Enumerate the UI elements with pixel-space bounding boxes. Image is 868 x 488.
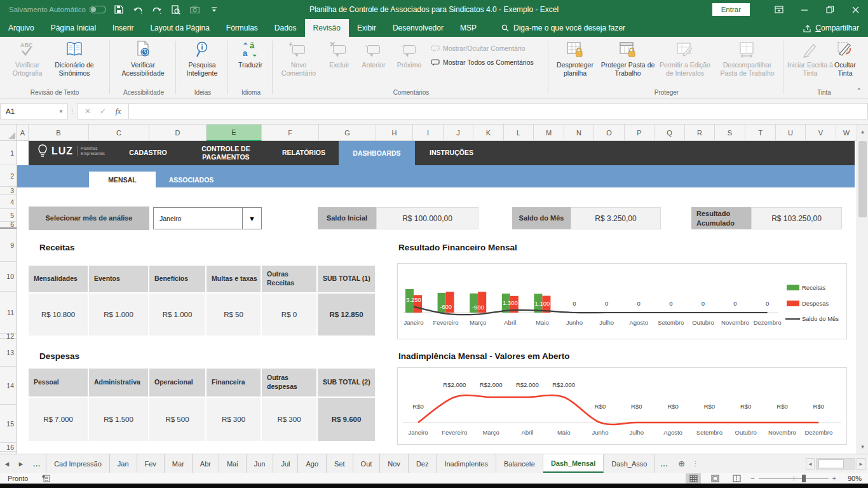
zoom-thumb[interactable] xyxy=(802,475,806,482)
column-header-B[interactable]: B xyxy=(29,125,89,141)
tab-msp[interactable]: MSP xyxy=(452,19,485,37)
column-header-O[interactable]: O xyxy=(594,125,625,141)
sheet-tab-out[interactable]: Out xyxy=(353,454,381,473)
column-header-F[interactable]: F xyxy=(262,125,319,141)
camera-button[interactable] xyxy=(189,3,201,16)
allow-edit-ranges-button[interactable]: Permitir a Edição de Intervalos xyxy=(656,39,714,78)
undo-button[interactable] xyxy=(132,3,144,16)
sheet-nav-right-icon[interactable]: ► xyxy=(14,454,28,473)
normal-view-button[interactable] xyxy=(686,473,701,484)
tab-arquivo[interactable]: Arquivo xyxy=(0,19,43,37)
macro-record-icon[interactable] xyxy=(42,475,50,482)
page-break-view-button[interactable] xyxy=(729,473,744,484)
column-header-T[interactable]: T xyxy=(745,125,776,141)
column-header-P[interactable]: P xyxy=(625,125,654,141)
new-comment-button[interactable]: + Novo Comentário xyxy=(275,39,323,78)
nav-item-relat-rios[interactable]: RELATÓRIOS xyxy=(269,141,339,165)
row-header-11[interactable]: 11 xyxy=(0,292,17,334)
hscroll-left-icon[interactable]: ◄ xyxy=(806,458,815,470)
column-header-W[interactable]: W xyxy=(836,125,857,141)
tab-layout-da-pagina[interactable]: Layout da Página xyxy=(142,19,217,37)
row-header-13[interactable]: 13 xyxy=(0,339,17,367)
sheet-tab-ago[interactable]: Ago xyxy=(298,454,327,473)
column-header-R[interactable]: R xyxy=(685,125,715,141)
cancel-entry-icon[interactable]: ✕ xyxy=(80,107,95,116)
confirm-entry-icon[interactable]: ✓ xyxy=(95,107,111,116)
scroll-down-icon[interactable]: ▼ xyxy=(857,440,868,454)
sheet-tab-jun[interactable]: Jun xyxy=(247,454,274,473)
next-comment-button[interactable]: → Próximo xyxy=(391,39,427,69)
show-all-comments-button[interactable]: Mostrar Todos os Comentários xyxy=(431,58,534,66)
horizontal-scrollbar[interactable]: ◄ ► xyxy=(806,458,865,470)
row-header-10[interactable]: 10 xyxy=(0,262,17,292)
delete-comment-button[interactable]: ✕ Excluir xyxy=(323,39,356,69)
row-header-6[interactable]: 6 xyxy=(0,222,17,227)
row-header-9[interactable]: 9 xyxy=(0,227,17,262)
tab-inserir[interactable]: Inserir xyxy=(104,19,142,37)
row-header-4[interactable]: 4 xyxy=(0,195,17,209)
vertical-scrollbar[interactable]: ▲ ▼ xyxy=(857,125,868,454)
share-button[interactable]: Compartilhar xyxy=(803,19,859,37)
column-header-H[interactable]: H xyxy=(376,125,413,141)
check-accessibility-button[interactable]: Verificar Acessibilidade xyxy=(112,39,174,78)
sheet-tab-jul[interactable]: Jul xyxy=(273,454,298,473)
protect-workbook-button[interactable]: Proteger Pasta de Trabalho xyxy=(600,39,656,78)
translate-button[interactable]: ãa Traduzir xyxy=(230,39,271,69)
hscroll-right-icon[interactable]: ► xyxy=(857,458,865,470)
zoom-slider[interactable]: − + xyxy=(750,475,836,482)
unshare-workbook-button[interactable]: Descompartilhar Pasta de Trabalho xyxy=(714,39,780,78)
row-header-16[interactable]: 16 xyxy=(0,443,17,452)
column-header-L[interactable]: L xyxy=(504,125,534,141)
sheet-tab-mai[interactable]: Mai xyxy=(219,454,247,473)
sheet-tab-inadimplentes[interactable]: Inadimplentes xyxy=(437,454,496,473)
column-header-U[interactable]: U xyxy=(776,125,806,141)
close-button[interactable] xyxy=(843,0,868,19)
sign-in-button[interactable]: Entrar xyxy=(712,3,750,16)
tab-pagina-inicial[interactable]: Página Inicial xyxy=(43,19,104,37)
dropdown-arrow-icon[interactable]: ▼ xyxy=(242,208,261,229)
autosave-toggle[interactable]: Salvamento Automático xyxy=(9,6,106,13)
tab-dados[interactable]: Dados xyxy=(266,19,305,37)
sheet-tab-nov[interactable]: Nov xyxy=(380,454,409,473)
ribbon-display-options-button[interactable] xyxy=(766,0,792,19)
column-header-G[interactable]: G xyxy=(319,125,376,141)
smart-lookup-button[interactable]: Pesquisa Inteligente xyxy=(178,39,226,78)
subtab-associados[interactable]: ASSOCIADOS xyxy=(156,172,227,187)
nav-item-instru-es[interactable]: INSTRUÇÕES xyxy=(415,141,488,165)
sheet-tab-dash-asso[interactable]: Dash_Asso xyxy=(604,454,655,473)
scroll-up-icon[interactable]: ▲ xyxy=(857,125,868,139)
minimize-button[interactable] xyxy=(792,0,817,19)
sheet-tab-abr[interactable]: Abr xyxy=(193,454,219,473)
row-header-2[interactable]: 2 xyxy=(0,165,17,187)
column-header-J[interactable]: J xyxy=(444,125,473,141)
horizontal-scroll-thumb[interactable] xyxy=(818,459,844,468)
sheet-tab-balancete[interactable]: Balancete xyxy=(496,454,543,473)
sheet-tab-cad-impress-o[interactable]: Cad Impressão xyxy=(46,454,110,473)
name-box[interactable]: A1 ▼ xyxy=(0,103,68,119)
sheet-tab-jan[interactable]: Jan xyxy=(110,454,137,473)
sheet-more-left[interactable]: ... xyxy=(28,454,46,473)
select-all-corner[interactable] xyxy=(0,125,17,141)
column-header-V[interactable]: V xyxy=(806,125,836,141)
sheet-tab-dez[interactable]: Dez xyxy=(409,454,437,473)
row-header-14[interactable]: 14 xyxy=(0,367,17,405)
tab-exibir[interactable]: Exibir xyxy=(349,19,384,37)
column-header-D[interactable]: D xyxy=(149,125,207,141)
row-header-1[interactable]: 1 xyxy=(0,141,17,165)
nav-item-cadastro[interactable]: CADASTRO xyxy=(110,141,186,165)
vertical-scroll-thumb[interactable] xyxy=(858,141,867,217)
collapse-ribbon-button[interactable]: ⌃ xyxy=(857,87,862,94)
show-hide-comment-button[interactable]: Mostrar/Ocultar Comentário xyxy=(431,44,526,52)
row-header-15[interactable]: 15 xyxy=(0,405,17,443)
zoom-out-icon[interactable]: − xyxy=(750,475,754,482)
autosave-switch-icon[interactable] xyxy=(90,6,106,13)
sheet-more-right[interactable]: ... xyxy=(655,454,673,473)
print-preview-button[interactable] xyxy=(170,3,182,16)
restore-button[interactable] xyxy=(817,0,843,19)
new-sheet-button[interactable]: ⊕ xyxy=(674,454,690,473)
column-header-N[interactable]: N xyxy=(564,125,594,141)
column-header-Q[interactable]: Q xyxy=(654,125,685,141)
thesaurus-button[interactable]: Dicionário de Sinônimos xyxy=(42,39,107,78)
row-header-3[interactable]: 3 xyxy=(0,187,17,195)
row-header-5[interactable]: 5 xyxy=(0,209,17,222)
